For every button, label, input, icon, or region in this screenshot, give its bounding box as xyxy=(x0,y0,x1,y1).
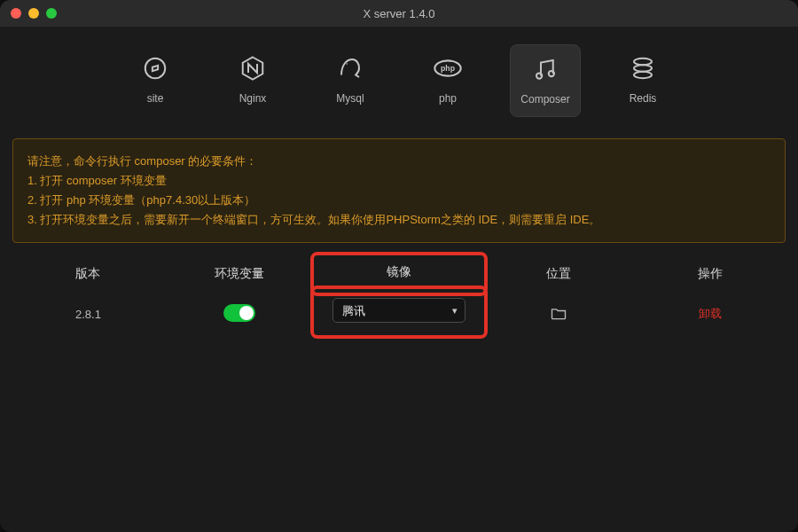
cell-location xyxy=(482,304,634,325)
col-header-location: 位置 xyxy=(482,266,634,282)
nav-label: site xyxy=(147,92,164,105)
mirror-select-wrap: 腾讯 ▾ xyxy=(332,298,466,323)
svg-point-6 xyxy=(536,73,542,78)
mysql-icon xyxy=(335,53,365,83)
svg-point-9 xyxy=(634,65,652,72)
minimize-window-button[interactable] xyxy=(28,8,39,19)
titlebar: X server 1.4.0 xyxy=(0,0,798,27)
mirror-select[interactable]: 腾讯 xyxy=(333,299,465,322)
window-controls xyxy=(11,8,57,19)
col-header-env: 环境变量 xyxy=(164,266,316,282)
svg-point-3 xyxy=(347,63,348,65)
table-row: 2.8.1 腾讯 ▾ 卸载 xyxy=(12,293,786,339)
redis-icon xyxy=(628,53,658,83)
php-icon: php xyxy=(433,53,463,83)
cell-action: 卸载 xyxy=(634,306,786,322)
cell-version: 2.8.1 xyxy=(12,308,164,321)
svg-point-0 xyxy=(145,59,166,79)
folder-icon[interactable] xyxy=(550,311,567,325)
nginx-icon xyxy=(238,53,268,83)
notice-line: 请注意，命令行执行 composer 的必要条件： xyxy=(27,152,771,171)
notice-line: 3. 打开环境变量之后，需要新开一个终端窗口，方可生效。如果你使用PHPStor… xyxy=(27,210,771,230)
notice-banner: 请注意，命令行执行 composer 的必要条件： 1. 打开 composer… xyxy=(12,138,786,243)
nav-label: php xyxy=(439,92,457,105)
nav-label: Mysql xyxy=(336,92,364,105)
nav-item-composer[interactable]: Composer xyxy=(510,44,581,117)
notice-line: 2. 打开 php 环境变量（php7.4.30以上版本） xyxy=(27,191,771,210)
uninstall-button[interactable]: 卸载 xyxy=(699,307,722,320)
svg-point-7 xyxy=(549,71,554,76)
app-window: X server 1.4.0 site Nginx Mysql php php xyxy=(0,0,798,532)
nav-item-mysql[interactable]: Mysql xyxy=(315,44,386,117)
close-window-button[interactable] xyxy=(11,8,21,19)
col-header-version: 版本 xyxy=(12,266,164,282)
svg-marker-1 xyxy=(153,66,158,71)
nav-label: Composer xyxy=(520,93,569,106)
maximize-window-button[interactable] xyxy=(46,8,57,19)
nav-item-php[interactable]: php php xyxy=(412,44,483,117)
nav-label: Nginx xyxy=(239,92,267,105)
cell-mirror-highlighted: 腾讯 ▾ xyxy=(310,286,488,339)
col-header-action: 操作 xyxy=(634,266,786,282)
nav-item-site[interactable]: site xyxy=(120,44,191,117)
svg-text:php: php xyxy=(441,64,455,73)
env-toggle[interactable] xyxy=(223,304,255,322)
cell-env xyxy=(164,304,316,325)
window-title: X server 1.4.0 xyxy=(0,7,798,20)
nav-item-nginx[interactable]: Nginx xyxy=(217,44,288,117)
notice-line: 1. 打开 composer 环境变量 xyxy=(27,171,771,191)
nav-label: Redis xyxy=(630,92,657,105)
col-header-mirror: 镜像 xyxy=(319,264,479,280)
composer-table: 版本 环境变量 镜像 位置 操作 2.8.1 腾讯 ▾ xyxy=(12,255,786,339)
nav-item-redis[interactable]: Redis xyxy=(607,44,678,117)
compass-icon xyxy=(140,53,170,83)
top-nav: site Nginx Mysql php php Composer xyxy=(0,27,798,131)
svg-point-8 xyxy=(634,59,652,66)
music-note-icon xyxy=(530,54,560,84)
svg-point-10 xyxy=(634,72,652,79)
